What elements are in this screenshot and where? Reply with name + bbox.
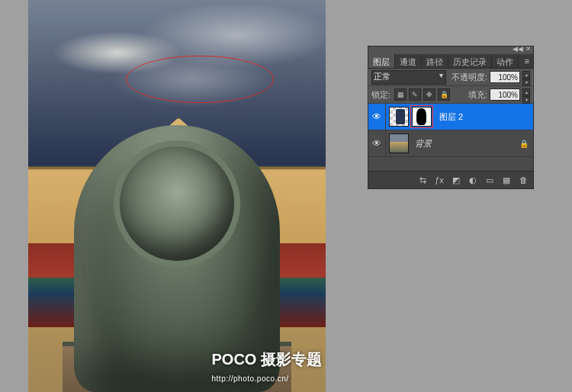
- watermark: POCO 摄影专题 http://photo.poco.cn/: [212, 351, 322, 384]
- fill-stepper[interactable]: ▴▾: [522, 88, 530, 101]
- mask-highlight: [410, 105, 433, 128]
- watermark-brand: POCO: [212, 351, 257, 368]
- layer-thumb[interactable]: [389, 107, 409, 127]
- mask-thumb[interactable]: [412, 107, 432, 127]
- tab-layers[interactable]: 图层: [368, 53, 395, 68]
- panel-footer: ⇆ ƒx ◩ ◐ ▭ ▦ 🗑: [368, 171, 533, 188]
- lock-transparency-icon[interactable]: ▦: [394, 88, 407, 101]
- layer-thumb[interactable]: [389, 133, 409, 153]
- blend-opacity-row: 正常 不透明度: 100% ▴▾: [368, 69, 533, 86]
- document-canvas[interactable]: POCO 摄影专题 http://photo.poco.cn/: [28, 0, 326, 392]
- fx-icon[interactable]: ƒx: [434, 175, 445, 185]
- fill-label: 填充:: [468, 89, 487, 101]
- layer-thumbs: [386, 105, 436, 128]
- layers-list: 👁 图层 2 👁 背景 🔒: [368, 104, 533, 171]
- lock-position-icon[interactable]: ✥: [423, 88, 435, 101]
- panel-menu-icon[interactable]: ≡: [521, 54, 533, 68]
- tab-channels[interactable]: 通道: [395, 54, 422, 68]
- layers-panel: ◀◀ ✕ 图层 通道 路径 历史记录 动作 ≡ 正常 不透明度: 100% ▴▾…: [368, 46, 534, 189]
- layer-name[interactable]: 图层 2: [439, 111, 529, 123]
- lock-label: 锁定:: [371, 89, 390, 101]
- lock-indicator-icon: 🔒: [519, 140, 529, 148]
- watermark-url: http://photo.poco.cn/: [212, 374, 289, 383]
- adjustment-icon[interactable]: ◐: [468, 175, 478, 185]
- watermark-title: 摄影专题: [261, 351, 322, 368]
- link-layers-icon[interactable]: ⇆: [417, 175, 428, 185]
- layer-row[interactable]: 👁 背景 🔒: [368, 130, 533, 157]
- opacity-stepper[interactable]: ▴▾: [522, 71, 530, 83]
- new-layer-icon[interactable]: ▦: [501, 175, 512, 185]
- tab-history[interactable]: 历史记录: [448, 54, 492, 68]
- trash-icon[interactable]: 🗑: [518, 175, 529, 185]
- panel-header: ◀◀ ✕: [368, 47, 533, 54]
- collapse-icon[interactable]: ◀◀ ✕: [513, 45, 532, 53]
- visibility-toggle[interactable]: 👁: [368, 104, 386, 130]
- lock-all-icon[interactable]: 🔒: [438, 88, 450, 101]
- lock-pixels-icon[interactable]: ✎: [409, 88, 421, 101]
- group-icon[interactable]: ▭: [484, 175, 495, 185]
- lock-icons-group: ▦ ✎ ✥ 🔒: [394, 88, 450, 101]
- mask-icon[interactable]: ◩: [451, 175, 461, 185]
- opacity-input[interactable]: 100%: [490, 71, 520, 83]
- tab-paths[interactable]: 路径: [422, 54, 448, 68]
- layer-row[interactable]: 👁 图层 2: [368, 104, 533, 130]
- lock-fill-row: 锁定: ▦ ✎ ✥ 🔒 填充: 100% ▴▾: [368, 86, 533, 104]
- tab-actions[interactable]: 动作: [492, 54, 519, 68]
- visibility-toggle[interactable]: 👁: [368, 130, 386, 156]
- layer-name[interactable]: 背景: [415, 138, 519, 149]
- panel-tabs: 图层 通道 路径 历史记录 动作 ≡: [368, 54, 533, 69]
- blend-mode-select[interactable]: 正常: [371, 70, 446, 85]
- opacity-label: 不透明度:: [451, 72, 487, 83]
- layer-thumbs: [386, 133, 412, 153]
- fill-input[interactable]: 100%: [490, 88, 520, 101]
